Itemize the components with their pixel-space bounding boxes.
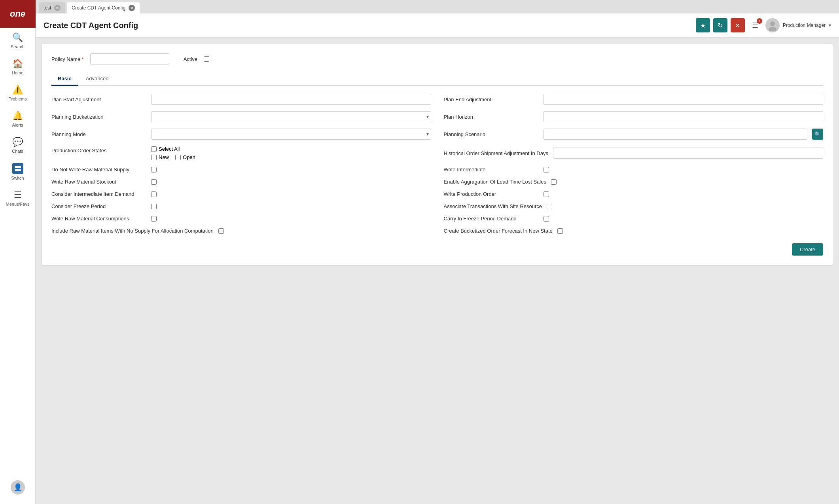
historical-order-row: Historical Order Shipment Adjustment In …: [444, 146, 824, 160]
plan-horizon-label: Plan Horizon: [444, 114, 539, 120]
select-all-checkbox[interactable]: [151, 146, 157, 152]
plan-horizon-row: Plan Horizon: [444, 111, 824, 122]
planning-mode-select-wrapper: ▾: [151, 129, 431, 140]
state-open-item: Open: [175, 154, 195, 160]
sidebar-item-problems[interactable]: ⚠️ Problems: [0, 80, 35, 106]
states-row: New Open: [151, 154, 195, 160]
content-area: Policy Name * Active Basic Advanced Plan…: [36, 38, 839, 504]
write-raw-stockout-checkbox[interactable]: [151, 179, 157, 185]
sidebar-item-switch[interactable]: Switch: [0, 158, 35, 185]
planning-bucketization-select[interactable]: [151, 111, 431, 122]
planning-scenario-input[interactable]: [544, 129, 808, 140]
write-raw-stockout-label: Write Raw Material Stockout: [51, 179, 146, 185]
page-title: Create CDT Agent Config: [44, 21, 691, 30]
write-intermediate-row: Write Intermediate: [444, 167, 824, 172]
create-button[interactable]: Create: [792, 243, 823, 256]
home-icon: 🏠: [12, 59, 23, 69]
header-bar: Create CDT Agent Config ★ ↻ ✕ ☰ 1 Produc…: [36, 13, 839, 38]
state-new-label: New: [159, 154, 169, 160]
production-states-field: Select All New Open: [151, 146, 195, 160]
write-production-order-label: Write Production Order: [444, 191, 539, 197]
associate-transactions-label: Associate Transactions With Site Resourc…: [444, 203, 542, 209]
consider-intermediate-row: Consider Intermediate Item Demand: [51, 191, 431, 197]
refresh-button[interactable]: ↻: [713, 18, 727, 32]
production-order-states-label: Production Order States: [51, 146, 146, 153]
select-all-item: Select All: [151, 146, 195, 152]
carry-in-freeze-checkbox[interactable]: [544, 216, 549, 222]
create-bucketized-label: Create Bucketized Order Forecast In New …: [444, 228, 553, 234]
carry-in-freeze-label: Carry In Freeze Period Demand: [444, 216, 539, 222]
consider-freeze-label: Consider Freeze Period: [51, 203, 146, 209]
include-raw-material-row: Include Raw Material Items With No Suppl…: [51, 228, 431, 234]
sidebar-item-chats[interactable]: 💬 Chats: [0, 132, 35, 158]
state-open-checkbox[interactable]: [175, 155, 181, 160]
write-raw-consumptions-checkbox[interactable]: [151, 216, 157, 222]
search-icon: 🔍: [12, 32, 23, 43]
form-footer: Create: [51, 243, 823, 256]
do-not-write-raw-label: Do Not Write Raw Material Supply: [51, 167, 146, 172]
state-open-label: Open: [183, 154, 195, 160]
active-checkbox[interactable]: [204, 56, 209, 62]
sidebar-item-user-avatar[interactable]: 👤: [8, 476, 28, 499]
planning-bucketization-select-wrapper: ▾: [151, 111, 431, 122]
avatar: 👤: [11, 480, 25, 495]
tab-test[interactable]: test ✕: [39, 2, 65, 13]
svg-rect-0: [15, 166, 21, 168]
do-not-write-raw-row: Do Not Write Raw Material Supply: [51, 167, 431, 172]
do-not-write-raw-checkbox[interactable]: [151, 167, 157, 172]
star-button[interactable]: ★: [696, 18, 710, 32]
planning-bucketization-label: Planning Bucketization: [51, 114, 146, 120]
write-intermediate-checkbox[interactable]: [544, 167, 549, 172]
state-new-checkbox[interactable]: [151, 155, 157, 160]
menus-icon: ☰: [14, 190, 22, 200]
close-button[interactable]: ✕: [731, 18, 745, 32]
historical-order-input[interactable]: [553, 148, 823, 159]
policy-name-input[interactable]: [90, 53, 169, 64]
tab-advanced[interactable]: Advanced: [80, 72, 115, 86]
plan-start-adjustment-label: Plan Start Adjustment: [51, 97, 146, 102]
user-role: Production Manager: [783, 23, 826, 28]
plan-start-adjustment-input[interactable]: [151, 94, 431, 105]
tab-basic[interactable]: Basic: [51, 72, 78, 86]
alerts-icon: 🔔: [12, 111, 23, 121]
create-bucketized-checkbox[interactable]: [557, 228, 563, 234]
include-raw-material-checkbox[interactable]: [218, 228, 224, 234]
select-all-label: Select All: [159, 146, 180, 152]
svg-rect-1: [15, 169, 21, 171]
write-intermediate-label: Write Intermediate: [444, 167, 539, 172]
active-label: Active: [184, 56, 197, 62]
problems-icon: ⚠️: [12, 85, 23, 95]
planning-mode-select[interactable]: [151, 129, 431, 140]
tab-create-cdt-close[interactable]: ✕: [129, 5, 135, 11]
consider-intermediate-checkbox[interactable]: [151, 191, 157, 197]
form-card: Policy Name * Active Basic Advanced Plan…: [42, 44, 833, 265]
tab-create-cdt[interactable]: Create CDT Agent Config ✕: [67, 2, 140, 13]
sidebar-item-home[interactable]: 🏠 Home: [0, 54, 35, 80]
sidebar-item-search[interactable]: 🔍 Search: [0, 28, 35, 54]
main-content: test ✕ Create CDT Agent Config ✕ Create …: [36, 0, 839, 504]
planning-scenario-search-button[interactable]: 🔍: [812, 129, 823, 140]
planning-scenario-label: Planning Scenario: [444, 131, 539, 137]
sidebar-item-menus[interactable]: ☰ Menus/Favs: [0, 185, 35, 211]
enable-aggregation-checkbox[interactable]: [551, 179, 557, 185]
consider-intermediate-label: Consider Intermediate Item Demand: [51, 191, 146, 197]
required-marker: *: [82, 56, 84, 62]
plan-horizon-input[interactable]: [544, 111, 824, 122]
plan-end-adjustment-label: Plan End Adjustment: [444, 97, 539, 102]
sidebar-item-alerts[interactable]: 🔔 Alerts: [0, 106, 35, 132]
menu-button[interactable]: ☰ 1: [748, 18, 762, 32]
plan-end-adjustment-input[interactable]: [544, 94, 824, 105]
associate-transactions-checkbox[interactable]: [547, 204, 552, 209]
form-tabs: Basic Advanced: [51, 72, 823, 86]
write-production-order-row: Write Production Order: [444, 191, 824, 197]
planning-mode-row: Planning Mode ▾: [51, 129, 431, 140]
tab-test-close[interactable]: ✕: [54, 5, 61, 11]
write-raw-stockout-row: Write Raw Material Stockout: [51, 179, 431, 185]
state-new-item: New: [151, 154, 169, 160]
carry-in-freeze-row: Carry In Freeze Period Demand: [444, 216, 824, 222]
write-raw-consumptions-label: Write Raw Material Consumptions: [51, 216, 146, 222]
consider-freeze-checkbox[interactable]: [151, 204, 157, 209]
user-dropdown-arrow[interactable]: ▾: [829, 23, 831, 28]
app-logo[interactable]: one: [0, 0, 36, 28]
write-production-order-checkbox[interactable]: [544, 191, 549, 197]
